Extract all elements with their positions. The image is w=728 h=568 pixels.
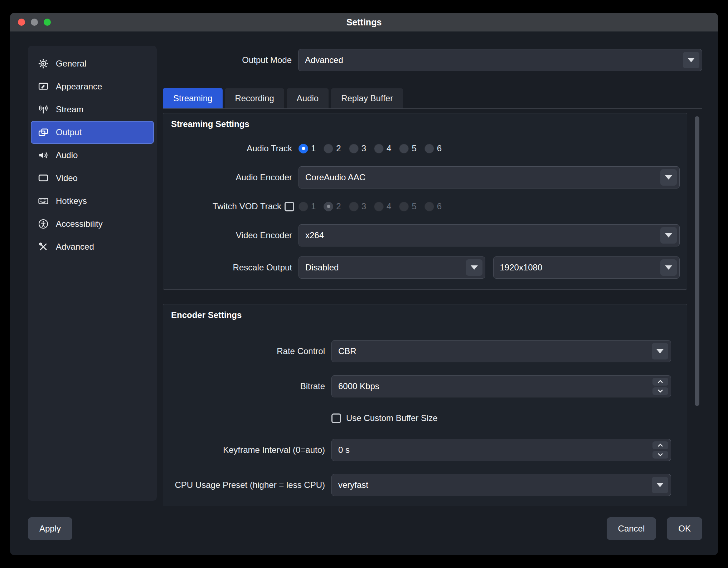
rescale-output-row: Rescale Output Disabled 1920x1080 (163, 256, 687, 279)
chevron-up-icon[interactable] (652, 378, 668, 386)
audio-track-radio-6[interactable] (424, 144, 434, 153)
audio-track-label: Audio Track (163, 143, 299, 153)
sidebar-label: General (56, 59, 86, 69)
custom-buffer-checkbox[interactable] (331, 413, 341, 423)
keyframe-interval-spinner[interactable]: 0 s (331, 439, 671, 461)
footer-bar: Apply Cancel OK (28, 517, 702, 540)
audio-track-radio-4[interactable] (374, 144, 384, 153)
twitch-vod-radio-2 (324, 202, 333, 211)
audio-encoder-value: CoreAudio AAC (305, 172, 365, 182)
cancel-button[interactable]: Cancel (607, 517, 656, 540)
close-button[interactable] (18, 19, 25, 26)
vertical-scrollbar[interactable] (695, 116, 699, 406)
twitch-vod-radio-6 (424, 202, 434, 211)
rate-control-dropdown[interactable]: CBR (331, 340, 671, 362)
sidebar-label: Appearance (56, 82, 102, 92)
video-encoder-value: x264 (305, 230, 324, 240)
settings-sidebar: General Appearance Stream Output Audio (28, 46, 157, 501)
audio-track-radio-1[interactable] (299, 144, 308, 153)
sidebar-label: Hotkeys (56, 196, 87, 206)
sidebar-item-hotkeys[interactable]: Hotkeys (28, 190, 157, 212)
twitch-vod-radio-3 (349, 202, 359, 211)
output-icon (37, 127, 49, 138)
twitch-vod-checkbox[interactable] (285, 202, 294, 211)
accessibility-icon (37, 219, 49, 229)
tab-replay-buffer[interactable]: Replay Buffer (331, 88, 403, 108)
cpu-preset-label: CPU Usage Preset (higher = less CPU) (163, 480, 331, 490)
cpu-preset-dropdown[interactable]: veryfast (331, 474, 671, 496)
output-mode-label: Output Mode (163, 55, 298, 65)
chevron-down-icon[interactable] (652, 387, 668, 395)
output-settings-content: Output Mode Advanced Streaming Recording… (163, 46, 702, 506)
sidebar-item-advanced[interactable]: Advanced (28, 235, 157, 258)
cpu-preset-row: CPU Usage Preset (higher = less CPU) ver… (163, 474, 687, 496)
sidebar-item-output[interactable]: Output (31, 121, 154, 144)
stream-icon (37, 104, 49, 115)
rescale-mode-dropdown[interactable]: Disabled (299, 256, 485, 279)
streaming-settings-title: Streaming Settings (163, 113, 687, 131)
tab-audio[interactable]: Audio (286, 88, 329, 108)
bitrate-row: Bitrate 6000 Kbps (163, 375, 687, 397)
bitrate-spinner[interactable]: 6000 Kbps (331, 375, 671, 397)
output-mode-dropdown[interactable]: Advanced (298, 49, 702, 71)
appearance-icon (37, 81, 49, 92)
apply-button[interactable]: Apply (28, 517, 72, 540)
audio-encoder-label: Audio Encoder (163, 172, 299, 182)
sidebar-item-stream[interactable]: Stream (28, 98, 157, 121)
twitch-vod-label: Twitch VOD Track (163, 201, 281, 211)
gear-icon (37, 58, 49, 69)
monitor-icon (37, 173, 49, 183)
sidebar-label: Audio (56, 150, 78, 160)
sidebar-label: Video (56, 173, 78, 183)
sidebar-item-accessibility[interactable]: Accessibility (28, 212, 157, 235)
audio-track-radio-2[interactable] (324, 144, 333, 153)
video-encoder-dropdown[interactable]: x264 (299, 224, 680, 246)
tab-streaming[interactable]: Streaming (163, 88, 223, 108)
rate-control-label: Rate Control (163, 346, 331, 356)
bitrate-spin-buttons (652, 378, 668, 395)
rate-control-value: CBR (338, 346, 356, 356)
audio-track-radio-5[interactable] (399, 144, 409, 153)
chevron-up-icon[interactable] (652, 441, 668, 449)
twitch-vod-row: Twitch VOD Track 1 2 3 4 5 6 (163, 199, 687, 214)
twitch-vod-radio-1 (299, 202, 308, 211)
chevron-down-icon[interactable] (652, 451, 668, 459)
twitch-vod-radio-5 (399, 202, 409, 211)
sidebar-item-appearance[interactable]: Appearance (28, 75, 157, 98)
audio-encoder-dropdown[interactable]: CoreAudio AAC (299, 166, 680, 188)
chevron-down-icon (660, 169, 677, 186)
sidebar-label: Accessibility (56, 219, 103, 229)
audio-track-radio-3[interactable] (349, 144, 359, 153)
keyframe-interval-value: 0 s (338, 445, 350, 455)
audio-track-radios: 1 2 3 4 5 6 (299, 143, 450, 153)
rescale-resolution-value: 1920x1080 (500, 263, 543, 273)
chevron-down-icon (683, 52, 699, 68)
zoom-button[interactable] (44, 19, 51, 26)
traffic-lights (18, 19, 51, 26)
sidebar-label: Stream (56, 104, 83, 114)
twitch-vod-radio-4 (374, 202, 384, 211)
bitrate-value: 6000 Kbps (338, 381, 379, 391)
rate-control-row: Rate Control CBR (163, 340, 687, 362)
speaker-icon (37, 150, 49, 161)
tools-icon (37, 241, 49, 252)
sidebar-item-general[interactable]: General (28, 52, 157, 75)
titlebar: Settings (10, 13, 718, 31)
tab-recording[interactable]: Recording (224, 88, 284, 108)
encoder-settings-title: Encoder Settings (163, 304, 687, 322)
keyframe-interval-row: Keyframe Interval (0=auto) 0 s (163, 439, 687, 461)
minimize-button[interactable] (31, 19, 38, 26)
keyframe-spin-buttons (652, 441, 668, 459)
bitrate-label: Bitrate (163, 381, 331, 391)
video-encoder-row: Video Encoder x264 (163, 224, 687, 246)
chevron-down-icon (660, 259, 677, 276)
settings-window: Settings General Appearance Stream Outp (10, 13, 718, 555)
rescale-resolution-dropdown[interactable]: 1920x1080 (493, 256, 680, 279)
sidebar-label: Advanced (56, 242, 94, 252)
sidebar-item-audio[interactable]: Audio (28, 144, 157, 167)
ok-button[interactable]: OK (667, 517, 702, 540)
sidebar-item-video[interactable]: Video (28, 167, 157, 190)
custom-buffer-label: Use Custom Buffer Size (346, 413, 438, 423)
encoder-settings-panel: Encoder Settings Rate Control CBR Bitrat… (163, 304, 687, 506)
cpu-preset-value: veryfast (338, 480, 368, 490)
